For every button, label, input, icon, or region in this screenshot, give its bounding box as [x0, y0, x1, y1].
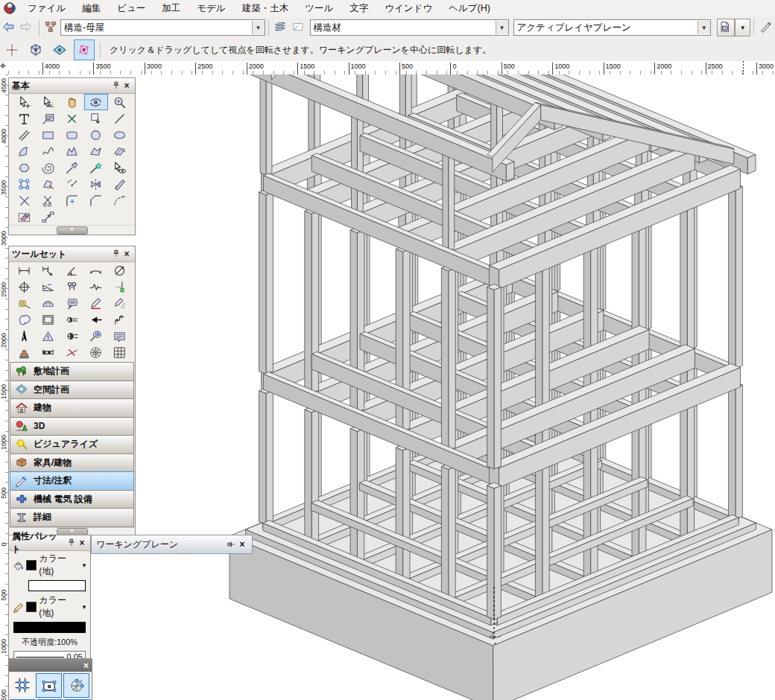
- tool-rectangle[interactable]: [37, 127, 60, 143]
- sheet-button[interactable]: [717, 19, 736, 36]
- tool-id-label[interactable]: [84, 328, 108, 344]
- tool-line[interactable]: [108, 110, 132, 127]
- tool-protractor[interactable]: [37, 295, 60, 311]
- category-space[interactable]: 空間計画: [10, 381, 134, 399]
- tool-section-line[interactable]: [108, 279, 132, 295]
- category-building[interactable]: 建物: [10, 398, 134, 417]
- pen-preview-bar[interactable]: [13, 622, 86, 633]
- tool-polyline[interactable]: [84, 143, 108, 159]
- toolset-palette-titlebar[interactable]: ツールセット ×: [9, 246, 135, 262]
- tool-eyedropper[interactable]: [60, 159, 84, 176]
- fill-color-swatch[interactable]: [26, 560, 37, 570]
- menu-item-8[interactable]: ウインドウ: [376, 3, 440, 13]
- menu-item-5[interactable]: 建築・土木: [234, 3, 297, 13]
- tool-magic-wand[interactable]: [84, 159, 108, 176]
- tool-symbol-insert[interactable]: [84, 110, 108, 127]
- pen-color-label[interactable]: カラー(地): [39, 594, 79, 620]
- tool-stamp[interactable]: [13, 344, 37, 360]
- tool-revision-cloud[interactable]: [13, 311, 37, 328]
- chevron-down-icon[interactable]: ▼: [496, 21, 508, 34]
- wp-compass-button[interactable]: [63, 673, 89, 698]
- wp-grid-button[interactable]: [10, 673, 34, 696]
- tool-select-3d[interactable]: [37, 94, 60, 110]
- category-dimension[interactable]: 寸法/注釈: [10, 471, 134, 490]
- tool-mirror[interactable]: [84, 176, 108, 192]
- menu-item-4[interactable]: モデル: [189, 3, 233, 13]
- pin-icon[interactable]: [66, 538, 77, 548]
- tool-dim-chain[interactable]: [37, 262, 60, 279]
- tool-select-move[interactable]: [13, 94, 37, 110]
- chevron-down-icon[interactable]: ▼: [81, 604, 87, 611]
- menu-item-3[interactable]: 加工: [154, 3, 189, 13]
- tool-split[interactable]: [37, 192, 60, 209]
- pen-pencil-icon[interactable]: [12, 601, 24, 613]
- tool-trim[interactable]: [13, 192, 37, 209]
- category-detail[interactable]: 詳細: [10, 508, 134, 527]
- menu-item-7[interactable]: 文字: [341, 3, 376, 13]
- close-icon[interactable]: ×: [83, 661, 89, 671]
- category-furniture[interactable]: 家具/建物: [10, 454, 134, 472]
- working-plane-palette[interactable]: ワーキングプレーン ×: [91, 535, 253, 554]
- attributes-palette-titlebar[interactable]: 属性パレット ×: [9, 535, 90, 551]
- tool-select-similar[interactable]: [108, 159, 132, 176]
- chevron-down-icon[interactable]: ▼: [81, 562, 87, 569]
- tool-dim-diameter[interactable]: [108, 262, 132, 279]
- tool-redline[interactable]: [84, 295, 108, 311]
- category-mep[interactable]: 機械 電気 設備: [10, 490, 134, 509]
- tool-extend[interactable]: [108, 192, 132, 209]
- tool-north-arrow[interactable]: [13, 328, 37, 344]
- tool-double-line[interactable]: [13, 127, 37, 143]
- tool-match-line[interactable]: [60, 344, 84, 360]
- screen-plane-icon[interactable]: [2, 40, 22, 60]
- category-site[interactable]: 敷地計画: [10, 362, 134, 381]
- menu-item-2[interactable]: ビュー: [109, 3, 154, 13]
- category-threed[interactable]: 3D: [10, 417, 134, 436]
- class-select[interactable]: 構造材 ▼: [310, 19, 509, 36]
- fill-color-label[interactable]: カラー(地): [39, 553, 79, 578]
- working-plane-icon[interactable]: [74, 39, 95, 60]
- saved-view-select[interactable]: 構造-母屋 ▼: [60, 19, 265, 36]
- cube-3d-icon[interactable]: [26, 40, 45, 60]
- fill-preview-bar[interactable]: [28, 580, 86, 591]
- tool-arc[interactable]: [13, 143, 37, 159]
- pen-color-swatch[interactable]: [26, 602, 37, 612]
- tool-eraser[interactable]: [13, 209, 37, 225]
- basic-palette-titlebar[interactable]: 基本 ×: [9, 78, 135, 94]
- sheet-dropdown-button[interactable]: ▼: [735, 19, 750, 36]
- tool-reshape[interactable]: [13, 176, 37, 192]
- tool-freehand[interactable]: [37, 143, 60, 159]
- tool-elevation-bench[interactable]: [108, 311, 132, 328]
- tool-dim-angle[interactable]: [60, 262, 84, 279]
- tool-keynote[interactable]: [108, 328, 132, 344]
- tool-callout[interactable]: [37, 110, 60, 127]
- menu-item-1[interactable]: 編集: [74, 3, 109, 13]
- tool-pan-hand[interactable]: [60, 94, 84, 110]
- pen-icon[interactable]: [759, 20, 774, 35]
- tool-grid-tool[interactable]: [108, 344, 132, 360]
- tool-polar-grid[interactable]: [84, 344, 108, 360]
- tool-dim-linear[interactable]: [13, 262, 37, 279]
- tool-polygon[interactable]: [60, 143, 84, 159]
- tool-slope-dim[interactable]: [37, 279, 60, 295]
- tool-callout-bubble[interactable]: [60, 295, 84, 311]
- tool-rotate-view[interactable]: [84, 94, 108, 110]
- tool-datum-target[interactable]: [60, 328, 84, 344]
- tool-datum-line[interactable]: [60, 311, 84, 328]
- tool-circle[interactable]: [84, 127, 108, 143]
- tool-center-mark[interactable]: [13, 279, 37, 295]
- close-icon[interactable]: ×: [77, 538, 87, 548]
- tool-drawing-label[interactable]: [37, 328, 60, 344]
- snap-palette-titlebar[interactable]: ×: [9, 659, 92, 672]
- tool-ellipse[interactable]: [108, 127, 132, 143]
- tool-scale-bar[interactable]: [37, 344, 60, 360]
- tool-break-line[interactable]: [84, 279, 108, 295]
- tool-drawing-border[interactable]: [37, 311, 60, 328]
- tool-3d-polygon[interactable]: [108, 143, 132, 159]
- close-icon[interactable]: ×: [121, 249, 132, 259]
- tool-rotate-tool[interactable]: [60, 176, 84, 192]
- close-icon[interactable]: ×: [237, 539, 247, 550]
- menu-item-9[interactable]: ヘルプ(H): [440, 3, 499, 13]
- pin-icon[interactable]: [227, 538, 237, 551]
- tool-rounded-rectangle[interactable]: [60, 127, 84, 143]
- tool-offset[interactable]: [37, 209, 60, 225]
